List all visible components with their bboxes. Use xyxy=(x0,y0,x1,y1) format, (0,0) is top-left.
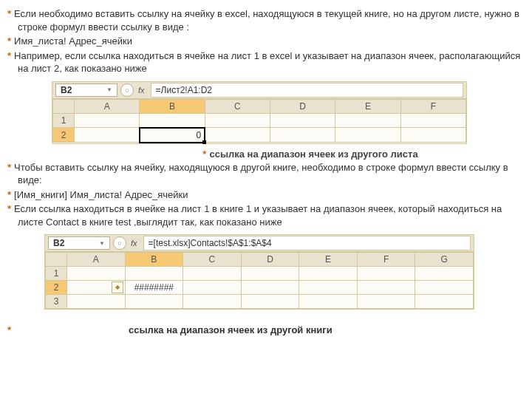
fx-label-2: fx xyxy=(131,239,137,248)
para-6: *Если ссылка находиться в ячейке на лист… xyxy=(7,202,525,228)
excel-screenshot-2: B2▼ ○ fx =[test.xlsx]Contacts!$A$1:$A$4 … xyxy=(44,234,474,310)
caption-2: ссылка на диапазон ячеек из другой книги xyxy=(129,324,332,335)
active-cell: 0 xyxy=(140,128,205,143)
formula-bar: =Лист2!A1:D2 xyxy=(151,83,463,98)
para-2: *Имя_листа! Адрес_ячейки xyxy=(7,35,525,48)
excel-screenshot-1: B2▼ ○ fx =Лист2!A1:D2 A B C D E F 1 2 0 xyxy=(52,81,467,144)
fx-circle-icon-2: ○ xyxy=(113,236,126,250)
marching-cell: ######## xyxy=(125,281,183,295)
para-5: *[Имя_книги] Имя_листа! Адрес_ячейки xyxy=(7,188,525,202)
caption-2-row: * ссылка на диапазон ячеек из другой кни… xyxy=(7,324,525,335)
para-1: *Если необходимо вставить ссылку на ячей… xyxy=(7,7,525,33)
bullet-star-icon: * xyxy=(7,324,18,335)
fx-label: fx xyxy=(138,86,145,95)
name-box-2: B2▼ xyxy=(48,236,110,250)
formula-bar-2: =[test.xlsx]Contacts!$A$1:$A$4 xyxy=(143,236,471,250)
para-4: *Чтобы вставить ссылку на ячейку, находя… xyxy=(7,161,525,187)
excel-grid-1: A B C D E F 1 2 0 xyxy=(52,99,466,143)
caption-1: *ссылка на диапазон ячеек из другого лис… xyxy=(96,149,525,160)
excel-grid-2: A B C D E F G 1 2 ◆ ######## 3 xyxy=(45,252,474,309)
para-3: *Например, если ссылка находиться в ячей… xyxy=(7,50,525,75)
name-box: B2▼ xyxy=(55,83,117,97)
fx-circle-icon: ○ xyxy=(120,83,134,97)
paste-options-icon: ◆ xyxy=(112,282,123,293)
